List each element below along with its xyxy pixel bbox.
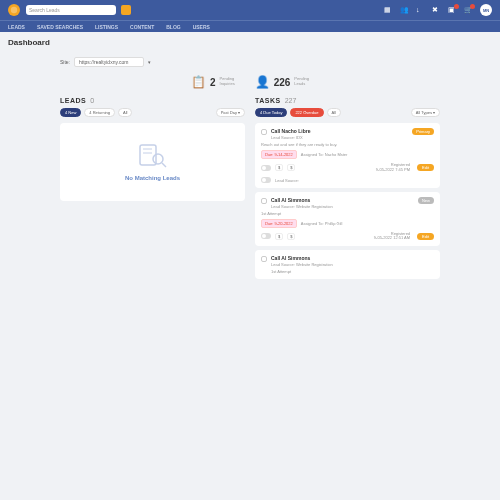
filter-due-today[interactable]: 4 Due Today bbox=[255, 108, 287, 117]
task-badge: Primary bbox=[412, 128, 434, 135]
stats-row: 📋 2 PendingInquiries 👤 226 PendingLeads bbox=[60, 75, 440, 89]
cart-badge bbox=[470, 4, 475, 9]
grid-icon[interactable]: ▦ bbox=[384, 6, 392, 14]
navbar: LEADS SAVED SEARCHES LISTINGS CONTENT BL… bbox=[0, 20, 500, 32]
task-note: Reach out and see if they are ready to b… bbox=[261, 142, 434, 147]
nav-users[interactable]: USERS bbox=[193, 24, 210, 30]
tasks-column: TASKS 227 4 Due Today 222 Overdue All Al… bbox=[255, 97, 440, 283]
edit-button[interactable]: Edit bbox=[417, 233, 434, 240]
task-card[interactable]: Call Al Simmons Lead Source: Website Reg… bbox=[255, 250, 440, 279]
filter-returning[interactable]: 4 Returning bbox=[84, 108, 115, 117]
task-due: Due: 9-14-2022 bbox=[261, 150, 297, 159]
search-input[interactable]: Search Leads bbox=[26, 5, 116, 15]
price-max[interactable]: $ bbox=[287, 164, 295, 171]
task-title: Call Nacho Libre bbox=[271, 128, 408, 134]
task-source: Lead Source: Website Registration bbox=[271, 262, 434, 267]
leads-empty: No Matching Leads bbox=[60, 123, 245, 201]
down-icon[interactable]: ↓ bbox=[416, 6, 424, 14]
filter-all[interactable]: All bbox=[118, 108, 132, 117]
empty-icon bbox=[80, 143, 225, 169]
page-title: Dashboard bbox=[0, 32, 500, 53]
leads-sort[interactable]: Past Day ▾ bbox=[216, 108, 245, 117]
task-checkbox[interactable] bbox=[261, 198, 267, 204]
stat-leads[interactable]: 👤 226 PendingLeads bbox=[255, 75, 309, 89]
task-card[interactable]: Call Nacho Libre Lead Source: IDX Primar… bbox=[255, 123, 440, 188]
cart-icon[interactable]: 🛒 bbox=[464, 6, 472, 14]
task-card[interactable]: Call Al Simmons Lead Source: Website Reg… bbox=[255, 192, 440, 247]
empty-text: No Matching Leads bbox=[80, 175, 225, 181]
leads-section-count: 0 bbox=[90, 97, 94, 104]
svg-point-4 bbox=[153, 154, 163, 164]
nav-blog[interactable]: BLOG bbox=[166, 24, 180, 30]
box-icon[interactable]: ▣ bbox=[448, 6, 456, 14]
nav-content[interactable]: CONTENT bbox=[130, 24, 154, 30]
svg-point-0 bbox=[11, 7, 17, 13]
search-button[interactable] bbox=[121, 5, 131, 15]
leads-icon: 👤 bbox=[255, 75, 270, 89]
users-icon[interactable]: 👥 bbox=[400, 6, 408, 14]
task-source-2: Lead Source: bbox=[275, 178, 299, 183]
tasks-type[interactable]: All Types ▾ bbox=[411, 108, 440, 117]
task-toggle[interactable] bbox=[261, 233, 271, 239]
task-badge: New bbox=[418, 197, 434, 204]
task-note: 1st Attempt bbox=[271, 269, 434, 274]
task-source: Lead Source: IDX bbox=[271, 135, 408, 140]
task-note: 1st Attempt bbox=[261, 211, 434, 216]
notification-badge bbox=[454, 4, 459, 9]
leads-count: 226 bbox=[274, 77, 291, 88]
site-selector-row: Site: https://realtyidxny.com ▾ bbox=[60, 57, 440, 67]
task-source: Lead Source: Website Registration bbox=[271, 204, 414, 209]
topbar: Search Leads ▦ 👥 ↓ ✖ ▣ 🛒 MN bbox=[0, 0, 500, 20]
site-select[interactable]: https://realtyidxny.com bbox=[74, 57, 144, 67]
tasks-title: TASKS bbox=[255, 97, 281, 104]
site-label: Site: bbox=[60, 59, 70, 65]
inquiries-count: 2 bbox=[210, 77, 216, 88]
nav-leads[interactable]: LEADS bbox=[8, 24, 25, 30]
stat-inquiries[interactable]: 📋 2 PendingInquiries bbox=[191, 75, 235, 89]
price-min[interactable]: $ bbox=[275, 233, 283, 240]
task-due: Due: 9-20-2022 bbox=[261, 219, 297, 228]
logo[interactable] bbox=[8, 4, 20, 16]
avatar[interactable]: MN bbox=[480, 4, 492, 16]
inquiries-icon: 📋 bbox=[191, 75, 206, 89]
filter-tasks-all[interactable]: All bbox=[327, 108, 341, 117]
task-assigned: Assigned To: Nacho Mster bbox=[301, 152, 348, 157]
chevron-down-icon[interactable]: ▾ bbox=[148, 59, 151, 65]
price-min[interactable]: $ bbox=[275, 164, 283, 171]
filter-new[interactable]: 4 New bbox=[60, 108, 81, 117]
price-max[interactable]: $ bbox=[287, 233, 295, 240]
task-checkbox[interactable] bbox=[261, 256, 267, 262]
task-checkbox[interactable] bbox=[261, 129, 267, 135]
task-toggle-2[interactable] bbox=[261, 177, 271, 183]
edit-button[interactable]: Edit bbox=[417, 164, 434, 171]
task-title: Call Al Simmons bbox=[271, 255, 434, 261]
task-assigned: Assigned To: Phillip Gill bbox=[301, 221, 343, 226]
tasks-section-count: 227 bbox=[285, 97, 297, 104]
nav-listings[interactable]: LISTINGS bbox=[95, 24, 118, 30]
tools-icon[interactable]: ✖ bbox=[432, 6, 440, 14]
nav-saved-searches[interactable]: SAVED SEARCHES bbox=[37, 24, 83, 30]
leads-title: LEADS bbox=[60, 97, 86, 104]
task-title: Call Al Simmons bbox=[271, 197, 414, 203]
leads-column: LEADS 0 4 New 4 Returning All Past Day ▾… bbox=[60, 97, 245, 283]
filter-overdue[interactable]: 222 Overdue bbox=[290, 108, 323, 117]
svg-line-5 bbox=[162, 163, 166, 167]
task-toggle[interactable] bbox=[261, 165, 271, 171]
